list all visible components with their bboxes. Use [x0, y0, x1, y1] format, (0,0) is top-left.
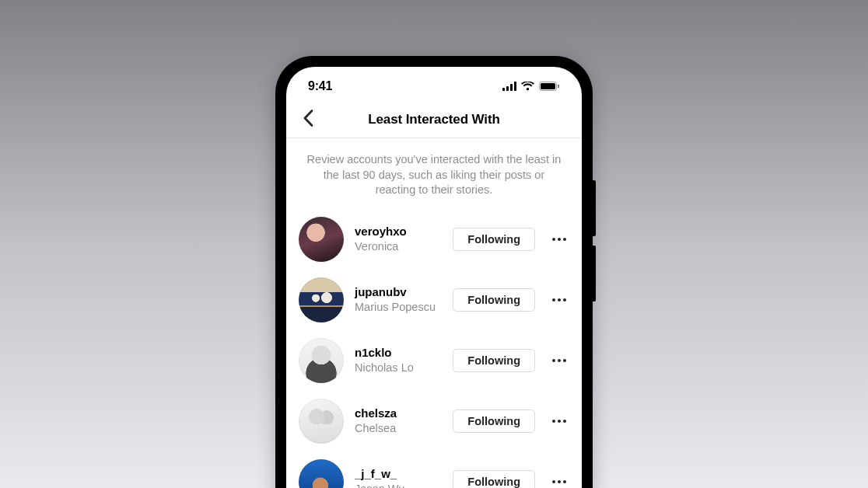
account-row: chelsza Chelsea Following — [299, 391, 569, 451]
status-time: 9:41 — [308, 79, 332, 93]
battery-icon — [539, 82, 560, 91]
status-right — [502, 82, 560, 91]
following-button[interactable]: Following — [453, 410, 535, 433]
account-username: chelsza — [355, 406, 442, 421]
wifi-icon — [521, 82, 534, 91]
account-fullname: Nicholas Lo — [355, 361, 442, 375]
account-info[interactable]: veroyhxo Veronica — [355, 225, 442, 253]
account-info[interactable]: n1cklo Nicholas Lo — [355, 346, 442, 375]
description-text: Review accounts you've interacted with t… — [286, 138, 582, 209]
nav-bar: Least Interacted With — [286, 101, 582, 138]
svg-rect-0 — [502, 88, 505, 91]
status-bar: 9:41 — [286, 67, 582, 101]
more-options-button[interactable] — [549, 472, 569, 488]
avatar[interactable] — [299, 459, 344, 488]
screen: 9:41 Least Interacted With Re — [286, 67, 582, 488]
chevron-left-icon — [303, 110, 313, 129]
account-fullname: Marius Popescu — [355, 300, 442, 314]
svg-rect-1 — [506, 86, 509, 91]
account-info[interactable]: _j_f_w_ Jason Wu — [355, 467, 442, 488]
svg-rect-5 — [541, 83, 555, 89]
ellipsis-icon — [552, 359, 566, 362]
svg-rect-3 — [514, 82, 516, 91]
more-options-button[interactable] — [549, 411, 569, 431]
following-button[interactable]: Following — [453, 470, 535, 488]
account-fullname: Jason Wu — [355, 482, 442, 488]
side-button — [593, 246, 596, 302]
account-row: veroyhxo Veronica Following — [299, 209, 569, 270]
back-button[interactable] — [297, 109, 319, 131]
avatar[interactable] — [299, 338, 344, 383]
phone-frame: 9:41 Least Interacted With Re — [275, 56, 593, 488]
account-username: veroyhxo — [355, 225, 442, 239]
following-button[interactable]: Following — [453, 228, 535, 251]
account-username: jupanubv — [355, 285, 442, 300]
account-row: jupanubv Marius Popescu Following — [299, 270, 569, 330]
account-fullname: Chelsea — [355, 421, 442, 435]
side-button — [593, 180, 596, 236]
following-button[interactable]: Following — [453, 349, 535, 372]
account-username: n1cklo — [355, 346, 442, 361]
cellular-signal-icon — [502, 82, 516, 91]
account-info[interactable]: jupanubv Marius Popescu — [355, 285, 442, 314]
more-options-button[interactable] — [549, 229, 569, 249]
svg-rect-6 — [558, 85, 559, 89]
following-button[interactable]: Following — [453, 288, 535, 312]
avatar[interactable] — [299, 399, 344, 444]
avatar[interactable] — [299, 277, 344, 322]
avatar[interactable] — [299, 217, 344, 262]
more-options-button[interactable] — [549, 290, 569, 310]
ellipsis-icon — [552, 298, 566, 302]
account-info[interactable]: chelsza Chelsea — [355, 406, 442, 435]
ellipsis-icon — [552, 420, 566, 423]
accounts-list: veroyhxo Veronica Following jupanubv Mar… — [286, 209, 582, 488]
svg-rect-2 — [510, 84, 513, 91]
page-title: Least Interacted With — [368, 112, 500, 127]
account-row: n1cklo Nicholas Lo Following — [299, 330, 569, 391]
account-fullname: Veronica — [355, 239, 442, 253]
more-options-button[interactable] — [549, 350, 569, 371]
ellipsis-icon — [552, 480, 566, 483]
ellipsis-icon — [552, 238, 566, 241]
account-row: _j_f_w_ Jason Wu Following — [299, 451, 569, 488]
account-username: _j_f_w_ — [355, 467, 442, 482]
